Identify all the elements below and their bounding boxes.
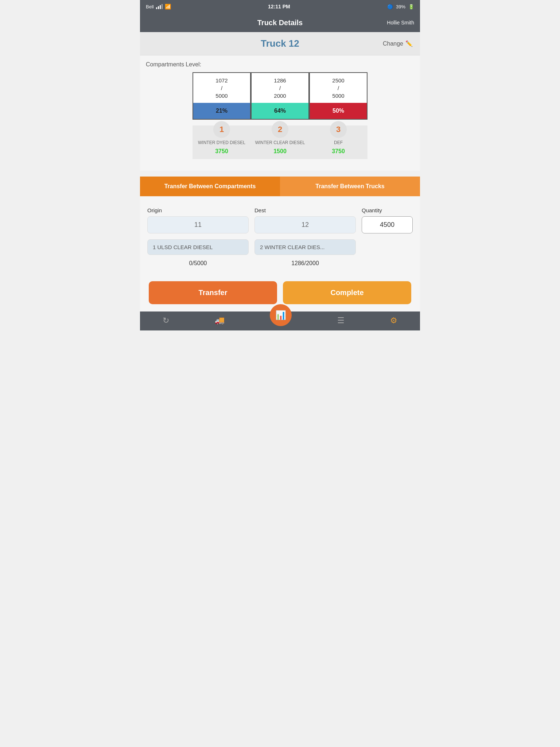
- comp-percent-3: 50%: [332, 108, 344, 114]
- compartments-bars: 1072 / 5000 21% 1286 / 2000 64% 2500 /: [146, 72, 414, 120]
- comp-percent-2: 64%: [274, 108, 286, 114]
- compartment-bar-3: 2500 / 5000 50%: [309, 72, 368, 120]
- comp-name-3: DEF: [334, 140, 343, 146]
- dest-col: Dest: [254, 207, 356, 233]
- comp-fill-1: 21%: [193, 103, 250, 119]
- list-icon: ☰: [337, 316, 345, 325]
- nav-bar: Truck Details Hollie Smith: [140, 13, 420, 32]
- origin-col: Origin: [147, 207, 249, 233]
- comp-current-2: 1286: [274, 77, 286, 84]
- comp-name-2: WINTER CLEAR DIESEL: [255, 140, 305, 146]
- dest-label: Dest: [254, 207, 356, 213]
- comp-amount-1: 3750: [215, 148, 228, 155]
- nav-user: Hollie Smith: [387, 20, 414, 26]
- tab-transfer-compartments[interactable]: Transfer Between Compartments: [140, 177, 280, 196]
- quantity-input[interactable]: [362, 216, 413, 233]
- comp-number-2: 2: [272, 121, 288, 138]
- refresh-icon: ↻: [163, 316, 169, 325]
- comp-percent-1: 21%: [216, 108, 228, 114]
- nav-title: Truck Details: [257, 19, 303, 27]
- truck-title: Truck 12: [261, 38, 299, 49]
- compartment-bar-2: 1286 / 2000 64%: [251, 72, 309, 120]
- comp-top-1: 1072 / 5000: [193, 73, 250, 103]
- status-time: 12:11 PM: [268, 4, 290, 9]
- comp-number-3: 3: [330, 121, 347, 138]
- origin-capacity: 0/5000: [147, 260, 249, 267]
- status-bar: Bell 📶 12:11 PM 🔵 39% 🔋: [140, 0, 420, 13]
- dest-input[interactable]: [254, 216, 356, 233]
- complete-button[interactable]: Complete: [283, 281, 411, 304]
- gear-icon: ⚙: [390, 316, 397, 325]
- battery-label: 39%: [396, 4, 405, 9]
- battery-icon: 🔋: [408, 4, 414, 9]
- nav-list[interactable]: ☰: [337, 316, 345, 325]
- bluetooth-icon: 🔵: [387, 4, 393, 9]
- comp-top-2: 1286 / 2000: [252, 73, 308, 103]
- comp-label-3: 3 DEF 3750: [309, 125, 368, 159]
- tab-transfer-trucks[interactable]: Transfer Between Trucks: [280, 177, 420, 196]
- nav-truck[interactable]: 🚚: [215, 316, 225, 325]
- quantity-col: Quantity: [362, 207, 413, 233]
- comp-label-1: 1 WINTER DYED DIESEL 3750: [192, 125, 251, 159]
- compartments-label: Compartments Level:: [146, 61, 414, 68]
- compartment-bar-1: 1072 / 5000 21%: [192, 72, 251, 120]
- dest-product-col: 2 WINTER CLEAR DIES... 1286/2000: [254, 239, 356, 267]
- form-row-1: Origin Dest Quantity: [147, 207, 413, 233]
- dest-capacity: 1286/2000: [254, 260, 356, 267]
- truck-header: Truck 12 Change ✏️: [140, 32, 420, 55]
- comp-label-2: 2 WINTER CLEAR DIESEL 1500: [251, 125, 309, 159]
- transfer-button[interactable]: Transfer: [149, 281, 277, 304]
- signal-icon: [156, 4, 163, 9]
- nav-settings[interactable]: ⚙: [390, 316, 397, 325]
- comp-name-1: WINTER DYED DIESEL: [198, 140, 245, 146]
- wifi-icon: 📶: [165, 4, 171, 9]
- truck-icon: 🚚: [215, 316, 225, 325]
- chart-icon: 📊: [275, 310, 286, 320]
- form-row-2: 1 ULSD CLEAR DIESEL 0/5000 2 WINTER CLEA…: [147, 239, 413, 267]
- dest-product-select[interactable]: 2 WINTER CLEAR DIES...: [254, 239, 356, 255]
- comp-number-1: 1: [213, 121, 230, 138]
- status-right: 🔵 39% 🔋: [387, 4, 414, 9]
- nav-refresh[interactable]: ↻: [163, 316, 169, 325]
- comp-top-3: 2500 / 5000: [310, 73, 367, 103]
- compartment-labels: 1 WINTER DYED DIESEL 3750 2 WINTER CLEAR…: [146, 125, 414, 159]
- origin-product-select[interactable]: 1 ULSD CLEAR DIESEL: [147, 239, 249, 255]
- change-label: Change: [383, 40, 403, 47]
- comp-current-3: 2500: [332, 77, 344, 84]
- comp-fill-3: 50%: [310, 103, 367, 119]
- origin-input[interactable]: [147, 216, 249, 233]
- carrier-label: Bell: [146, 4, 154, 9]
- transfer-form: Origin Dest Quantity 1 ULSD CLEAR DIESEL…: [140, 196, 420, 311]
- origin-product-col: 1 ULSD CLEAR DIESEL 0/5000: [147, 239, 249, 267]
- comp-max-1: 5000: [215, 92, 228, 100]
- change-button[interactable]: Change ✏️: [383, 40, 413, 47]
- comp-fill-2: 64%: [252, 103, 308, 119]
- comp-amount-2: 1500: [273, 148, 287, 155]
- origin-label: Origin: [147, 207, 249, 213]
- comp-max-3: 5000: [332, 92, 344, 100]
- comp-amount-3: 3750: [332, 148, 345, 155]
- comp-max-2: 2000: [274, 92, 286, 100]
- comp-current-1: 1072: [215, 77, 228, 84]
- bottom-nav: ↻ 🚚 📊 ☰ ⚙: [140, 311, 420, 330]
- action-row: Transfer Complete: [147, 281, 413, 304]
- status-left: Bell 📶: [146, 4, 171, 9]
- nav-chart-center[interactable]: 📊: [270, 304, 292, 326]
- edit-icon: ✏️: [405, 40, 413, 47]
- tab-container: Transfer Between Compartments Transfer B…: [140, 177, 420, 196]
- main-content: Compartments Level: 1072 / 5000 21% 1286…: [140, 55, 420, 171]
- quantity-label: Quantity: [362, 207, 413, 213]
